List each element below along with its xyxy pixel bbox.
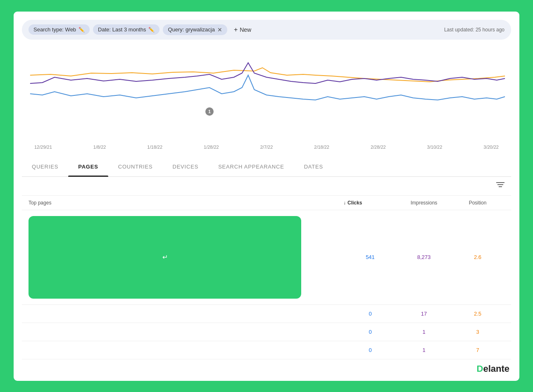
impressions-3: 1 (397, 347, 451, 353)
x-label-8: 3/20/22 (483, 145, 499, 150)
x-label-6: 2/28/22 (371, 145, 386, 150)
new-button[interactable]: + New (231, 24, 255, 36)
position-1: 2.5 (451, 311, 504, 317)
blue-line (30, 75, 505, 100)
col-position[interactable]: Position (451, 200, 504, 206)
impressions-2: 1 (397, 329, 451, 335)
filter-icon-button[interactable] (496, 182, 504, 190)
position-2: 3 (451, 329, 504, 335)
sort-down-icon: ↓ (343, 200, 346, 206)
table-row: ↵ 541 8,273 2.6 (22, 210, 511, 305)
edit-icon[interactable]: ✏️ (148, 27, 155, 33)
table-header: Top pages ↓ Clicks Impressions Position (22, 196, 511, 210)
orange-line (30, 68, 505, 82)
col-impressions[interactable]: Impressions (397, 200, 451, 206)
filter-chip-search-type-label: Search type: Web (33, 26, 76, 33)
clicks-3: 0 (343, 347, 397, 353)
logo-d: D (477, 363, 483, 374)
table-toolbar (22, 177, 511, 196)
new-button-label: New (240, 26, 251, 33)
tab-dates[interactable]: DATES (294, 157, 333, 176)
tab-devices[interactable]: DEVICES (162, 157, 208, 176)
edit-icon[interactable]: ✏️ (79, 27, 85, 33)
table-row: 0 1 3 (22, 323, 511, 341)
filter-chip-search-type[interactable]: Search type: Web ✏️ (29, 24, 90, 35)
plus-icon: + (234, 26, 238, 33)
position-0: 2.6 (451, 254, 504, 260)
cursor-icon: ↵ (162, 253, 168, 261)
page-cell-0: ↵ (29, 216, 343, 299)
x-label-2: 1/18/22 (147, 145, 162, 150)
annotation-bubble[interactable]: 1 (205, 107, 214, 116)
clicks-0: 541 (343, 254, 397, 260)
col-top-pages: Top pages (29, 200, 343, 206)
line-chart (26, 50, 507, 141)
chart-area: 1 12/29/21 1/8/22 1/18/22 1/28/22 2/7/22… (22, 46, 511, 154)
filter-bar: Search type: Web ✏️ Date: Last 3 months … (22, 20, 511, 40)
clicks-2: 0 (343, 329, 397, 335)
main-container: Search type: Web ✏️ Date: Last 3 months … (12, 10, 521, 382)
green-block-0: ↵ (29, 216, 301, 299)
clicks-1: 0 (343, 311, 397, 317)
filter-chip-query[interactable]: Query: grywalizacja ✕ (163, 24, 227, 35)
impressions-1: 17 (397, 311, 451, 317)
x-label-1: 1/8/22 (93, 145, 106, 150)
filter-icon (496, 182, 504, 188)
impressions-0: 8,273 (397, 254, 451, 260)
tab-pages[interactable]: PAGES (68, 157, 108, 176)
x-label-5: 2/18/22 (314, 145, 329, 150)
last-updated-text: Last updated: 25 hours ago (444, 27, 504, 33)
position-3: 7 (451, 347, 504, 353)
x-label-4: 2/7/22 (260, 145, 273, 150)
tab-queries[interactable]: QUERIES (22, 157, 68, 176)
tabs-container: QUERIES PAGES COUNTRIES DEVICES SEARCH A… (22, 157, 511, 177)
filter-chip-query-label: Query: grywalizacja (168, 26, 214, 33)
table-row: 0 1 7 (22, 341, 511, 359)
x-label-3: 1/28/22 (204, 145, 219, 150)
delante-logo: Delante (477, 363, 509, 374)
filter-chip-date-label: Date: Last 3 months (98, 26, 146, 33)
col-clicks[interactable]: ↓ Clicks (343, 200, 397, 206)
x-label-7: 3/10/22 (427, 145, 443, 150)
logo-elante: elante (483, 363, 509, 374)
tab-search-appearance[interactable]: SEARCH APPEARANCE (208, 157, 294, 176)
chart-x-labels: 12/29/21 1/8/22 1/18/22 1/28/22 2/7/22 2… (26, 145, 507, 150)
close-icon[interactable]: ✕ (217, 26, 222, 33)
table-row: 0 17 2.5 (22, 305, 511, 323)
x-label-0: 12/29/21 (34, 145, 52, 150)
filter-chip-date[interactable]: Date: Last 3 months ✏️ (93, 24, 159, 35)
tab-countries[interactable]: COUNTRIES (108, 157, 163, 176)
